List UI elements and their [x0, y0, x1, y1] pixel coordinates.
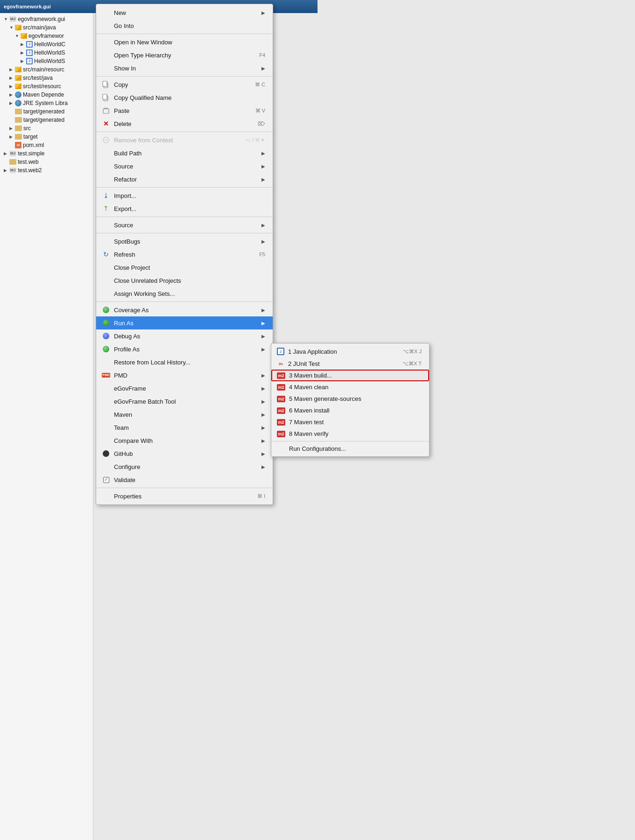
- new-icon: [102, 8, 110, 17]
- menu-item-copy-qualified[interactable]: Copy Qualified Name: [96, 91, 273, 104]
- menu-item-egovframe[interactable]: eGovFrame ▶: [96, 382, 273, 395]
- tree-item-egovframewor[interactable]: ▼ egovframewor: [0, 32, 93, 40]
- submenu-item-maven-generate[interactable]: m2 5 Maven generate-sources: [271, 393, 429, 405]
- tree-item-target-gen1[interactable]: target/generated: [0, 107, 93, 116]
- menu-item-spotbugs[interactable]: SpotBugs ▶: [96, 235, 273, 248]
- menu-item-label: SpotBugs: [114, 238, 140, 245]
- menu-item-open-type-hierarchy[interactable]: Open Type Hierarchy F4: [96, 49, 273, 62]
- menu-item-paste[interactable]: Paste ⌘ V: [96, 104, 273, 117]
- menu-item-new[interactable]: New ▶: [96, 6, 273, 19]
- submenu-item-maven-install[interactable]: m2 6 Maven install: [271, 405, 429, 416]
- menu-item-compare-with[interactable]: Compare With ▶: [96, 434, 273, 447]
- menu-item-debug-as[interactable]: Debug As ▶: [96, 329, 273, 343]
- tree-item-test-web2[interactable]: ▶ MJ test.web2: [0, 166, 93, 175]
- tree-item-helloworld2[interactable]: ▶ J HelloWorldS: [0, 49, 93, 57]
- submenu-item-junit[interactable]: Ju 2 JUnit Test ⌥⌘X T: [271, 357, 429, 370]
- configure-icon: [102, 462, 110, 471]
- submenu-arrow: ▶: [261, 425, 265, 430]
- svg-rect-3: [103, 94, 107, 99]
- menu-item-github[interactable]: GitHub ▶: [96, 447, 273, 460]
- menu-item-label: Maven: [114, 411, 132, 418]
- menu-item-pmd[interactable]: PMD PMD ▶: [96, 369, 273, 382]
- submenu-arrow: ▶: [261, 451, 265, 456]
- menu-item-maven[interactable]: Maven ▶: [96, 408, 273, 421]
- menu-item-refactor[interactable]: Refactor ▶: [96, 173, 273, 186]
- copy-icon: [102, 80, 110, 89]
- separator-5: [96, 217, 273, 217]
- menu-item-import[interactable]: ⤓ Import...: [96, 189, 273, 202]
- tree-item-maven-dep[interactable]: ▶ Maven Depende: [0, 91, 93, 99]
- menu-item-label: Refactor: [114, 176, 137, 183]
- tree-item-helloworld1[interactable]: ▶ J HelloWorldC: [0, 40, 93, 49]
- menu-item-configure[interactable]: Configure ▶: [96, 460, 273, 473]
- menu-item-profile-as[interactable]: Profile As ▶: [96, 343, 273, 356]
- menu-item-close-unrelated[interactable]: Close Unrelated Projects: [96, 274, 273, 287]
- menu-item-go-into[interactable]: Go Into: [96, 19, 273, 32]
- paste-icon: [102, 106, 110, 115]
- delete-icon: ✕: [102, 119, 110, 128]
- menu-item-properties[interactable]: Properties ⌘ I: [96, 490, 273, 503]
- pom-icon: m: [15, 142, 21, 148]
- menu-item-label: Remove from Context: [114, 137, 173, 144]
- java-icon: J: [26, 58, 33, 64]
- source-icon: [102, 162, 110, 170]
- refactor-icon: [102, 175, 110, 183]
- tree-item-pom[interactable]: m pom.xml: [0, 141, 93, 149]
- m2-icon: m2: [277, 431, 285, 437]
- menu-item-copy[interactable]: Copy ⌘ C: [96, 78, 273, 91]
- menu-item-label: Run As: [114, 320, 134, 327]
- tree-item-test-web[interactable]: test.web: [0, 158, 93, 166]
- package-icon: [15, 75, 21, 81]
- tree-label: test.web2: [18, 167, 42, 174]
- shortcut-delete: ⌦: [248, 121, 265, 127]
- menu-item-show-in[interactable]: Show In ▶: [96, 62, 273, 75]
- tree-label: HelloWorldS: [34, 58, 65, 64]
- submenu-item-maven-test[interactable]: m2 7 Maven test: [271, 416, 429, 428]
- tree-item-test-simple[interactable]: ▶ MJ test.simple: [0, 149, 93, 158]
- menu-item-refresh[interactable]: ↻ Refresh F5: [96, 248, 273, 261]
- menu-item-label: New: [114, 9, 126, 16]
- menu-item-open-new-window[interactable]: Open in New Window: [96, 35, 273, 49]
- menu-item-source2[interactable]: Source ▶: [96, 218, 273, 231]
- egovframe-icon: [102, 384, 110, 392]
- package-icon: [15, 84, 21, 89]
- tree-item-src-test-res[interactable]: ▶ src/test/resourc: [0, 82, 93, 91]
- close-unrelated-icon: [102, 276, 110, 285]
- menu-item-delete[interactable]: ✕ Delete ⌦: [96, 117, 273, 130]
- tree-label: src: [23, 125, 31, 132]
- tree-arrow: ▶: [9, 76, 15, 80]
- tree-label: pom.xml: [23, 142, 44, 148]
- submenu-item-maven-clean[interactable]: m2 4 Maven clean: [271, 381, 429, 393]
- menu-item-restore-local[interactable]: Restore from Local History...: [96, 356, 273, 369]
- tree-item-egovframework[interactable]: ▼ MJ egovframework.gui: [0, 15, 93, 23]
- tree-item-jre[interactable]: ▶ JRE System Libra: [0, 99, 93, 107]
- menu-item-source[interactable]: Source ▶: [96, 160, 273, 173]
- tree-item-target-gen2[interactable]: target/generated: [0, 116, 93, 124]
- menu-item-egovframe-batch[interactable]: eGovFrame Batch Tool ▶: [96, 395, 273, 408]
- menu-item-close-project[interactable]: Close Project: [96, 261, 273, 274]
- menu-item-team[interactable]: Team ▶: [96, 421, 273, 434]
- tree-item-src-test-java[interactable]: ▶ src/test/java: [0, 74, 93, 82]
- shortcut-paste: ⌘ V: [246, 108, 265, 114]
- tree-arrow: ▼: [15, 34, 21, 38]
- github-icon: [102, 449, 110, 458]
- menu-item-build-path[interactable]: Build Path ▶: [96, 147, 273, 160]
- menu-item-coverage-as[interactable]: Coverage As ▶: [96, 303, 273, 316]
- submenu-item-run-configurations[interactable]: Run Configurations...: [271, 443, 429, 455]
- menu-item-label: Delete: [114, 120, 132, 127]
- tree-label: HelloWorldC: [34, 41, 65, 48]
- tree-item-src[interactable]: ▶ src: [0, 124, 93, 133]
- menu-item-export[interactable]: ⤒ Export...: [96, 202, 273, 215]
- tree-item-target[interactable]: ▶ target: [0, 133, 93, 141]
- tree-item-src-main-res[interactable]: ▶ src/main/resourc: [0, 65, 93, 74]
- svg-rect-1: [103, 81, 107, 86]
- menu-item-validate[interactable]: Validate: [96, 473, 273, 486]
- submenu-item-java-app[interactable]: J 1 Java Application ⌥⌘X J: [271, 345, 429, 357]
- menu-item-run-as[interactable]: Run As ▶: [96, 316, 273, 329]
- submenu-item-maven-build[interactable]: m2 3 Maven build...: [271, 370, 429, 381]
- tree-item-src-main-java[interactable]: ▼ src/main/java: [0, 23, 93, 32]
- submenu-item-maven-verify[interactable]: m2 8 Maven verify: [271, 428, 429, 440]
- menu-item-assign-working[interactable]: Assign Working Sets...: [96, 287, 273, 300]
- context-menu: New ▶ Go Into Open in New Window Open Ty…: [96, 4, 273, 505]
- tree-item-helloworld3[interactable]: ▶ J HelloWorldS: [0, 57, 93, 65]
